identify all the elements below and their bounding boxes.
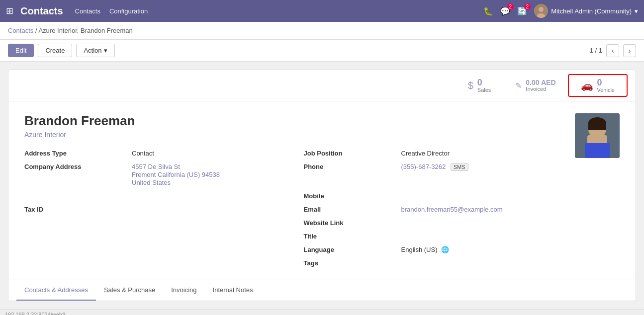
action-dropdown-icon: ▾ (104, 47, 107, 54)
toolbar-right: 1 / 1 ‹ › (590, 44, 636, 57)
contact-name: Brandon Freeman (24, 113, 565, 129)
tab-sales[interactable]: Sales & Purchase (96, 280, 163, 301)
user-menu[interactable]: Mitchell Admin (Community) ▾ (534, 4, 638, 18)
email-link[interactable]: brandon.freeman55@example.com (401, 206, 503, 213)
form-left: Brandon Freeman Azure Interior Address T… (24, 113, 565, 268)
address-line2[interactable]: Fremont California (US) 94538 (132, 171, 296, 178)
create-button[interactable]: Create (38, 44, 72, 57)
mobile-label: Mobile (304, 191, 393, 201)
vehicle-value: 0 (597, 78, 615, 87)
dollar-icon: $ (468, 80, 473, 91)
job-position-label: Job Position (304, 149, 393, 158)
fields-grid: Address Type Contact Job Position Creati… (24, 149, 565, 268)
address-line1[interactable]: 4557 De Silva St (132, 163, 296, 170)
vehicle-icon: 🚗 (581, 79, 593, 91)
status-url: 192.168.2.32:8024/web# (5, 312, 65, 315)
contact-company[interactable]: Azure Interior (24, 131, 565, 139)
title-value (401, 232, 565, 234)
tab-invoicing[interactable]: Invoicing (163, 280, 204, 301)
invoiced-label: Invoiced (526, 86, 555, 92)
activity-icon[interactable]: 🔄 2 (517, 6, 527, 16)
contact-form: Brandon Freeman Azure Interior Address T… (8, 101, 636, 280)
sms-button[interactable]: SMS (451, 163, 468, 171)
nav-contacts[interactable]: Contacts (75, 7, 100, 15)
user-dropdown-icon[interactable]: ▾ (635, 7, 638, 15)
breadcrumb-bar: Contacts / Azure Interior, Brandon Freem… (0, 22, 644, 40)
next-button[interactable]: › (623, 44, 636, 57)
app-title: Contacts (20, 5, 63, 17)
main-area: $ 0 Sales ✎ 0.00 AED Invoiced 🚗 0 Vehicl… (0, 62, 644, 309)
tags-label: Tags (304, 258, 393, 268)
tax-id-label: Tax ID (24, 205, 124, 214)
title-label: Title (304, 232, 393, 241)
toolbar: Edit Create Action ▾ 1 / 1 ‹ › (0, 40, 644, 62)
sales-label: Sales (477, 87, 491, 93)
tab-notes[interactable]: Internal Notes (205, 280, 261, 301)
website-value (401, 218, 565, 220)
phone-number[interactable]: (355)-687-3262 (401, 163, 446, 170)
topbar-right: 🐛 💬 2 🔄 2 Mitchell Admin (Community) ▾ (483, 4, 638, 18)
avatar (534, 4, 548, 18)
sales-value: 0 (477, 78, 491, 87)
prev-button[interactable]: ‹ (606, 44, 619, 57)
phone-label: Phone (304, 162, 393, 171)
nav-configuration[interactable]: Configuration (109, 7, 148, 15)
mobile-value (401, 191, 565, 193)
company-address-label: Company Address (24, 162, 124, 171)
tags-value (401, 258, 565, 260)
breadcrumb-root[interactable]: Contacts (8, 27, 33, 34)
invoiced-value: 0.00 AED (526, 79, 555, 86)
grid-icon[interactable]: ⊞ (6, 5, 13, 16)
user-name: Mitchell Admin (Community) (551, 7, 632, 15)
chat-icon[interactable]: 💬 2 (500, 6, 510, 16)
stat-vehicle[interactable]: 🚗 0 Vehicle (568, 74, 628, 97)
tab-contacts[interactable]: Contacts & Addresses (16, 280, 96, 301)
tabs: Contacts & Addresses Sales & Purchase In… (8, 280, 636, 301)
language-value: English (US) 🌐 (401, 245, 565, 254)
action-button[interactable]: Action ▾ (76, 44, 114, 57)
chat-badge: 2 (507, 3, 514, 10)
contact-avatar[interactable] (575, 113, 620, 158)
globe-icon: 🌐 (441, 246, 449, 253)
job-position-value: Creative Director (401, 149, 565, 158)
tax-id-value (132, 205, 296, 207)
company-address-value: 4557 De Silva St Fremont California (US)… (132, 162, 296, 187)
breadcrumb-current: Azure Interior, Brandon Freeman (38, 27, 132, 34)
stat-bar: $ 0 Sales ✎ 0.00 AED Invoiced 🚗 0 Vehicl… (8, 70, 636, 101)
breadcrumb: Contacts / Azure Interior, Brandon Freem… (8, 27, 133, 34)
edit-button[interactable]: Edit (8, 44, 34, 57)
address-type-value: Contact (132, 149, 296, 158)
email-value: brandon.freeman55@example.com (401, 205, 565, 214)
stat-sales[interactable]: $ 0 Sales (456, 74, 503, 97)
phone-value: (355)-687-3262 SMS (401, 162, 565, 172)
svg-rect-7 (585, 143, 610, 158)
svg-point-1 (539, 7, 544, 12)
pagination-label: 1 / 1 (590, 47, 602, 54)
email-label: Email (304, 205, 393, 214)
svg-rect-9 (588, 122, 606, 130)
activity-badge: 2 (524, 3, 531, 10)
topbar: ⊞ Contacts Contacts Configuration 🐛 💬 2 … (0, 0, 644, 22)
contact-card: $ 0 Sales ✎ 0.00 AED Invoiced 🚗 0 Vehicl… (8, 70, 636, 301)
invoice-icon: ✎ (515, 81, 522, 90)
address-line3[interactable]: United States (132, 179, 296, 186)
top-nav: Contacts Configuration (75, 7, 148, 15)
stat-invoiced[interactable]: ✎ 0.00 AED Invoiced (503, 74, 567, 97)
bug-icon[interactable]: 🐛 (483, 6, 493, 16)
website-label: Website Link (304, 218, 393, 228)
language-label: Language (304, 245, 393, 254)
address-type-label: Address Type (24, 149, 124, 158)
vehicle-label: Vehicle (597, 87, 615, 93)
statusbar: 192.168.2.32:8024/web# (0, 309, 644, 315)
